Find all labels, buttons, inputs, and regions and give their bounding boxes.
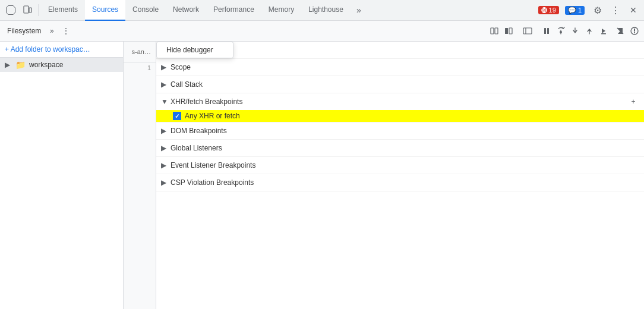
top-tab-bar: Elements Sources Console Network Perform… <box>0 0 644 21</box>
global-listeners-section: ▶ Global Listeners <box>156 140 644 157</box>
tab-elements[interactable]: Elements <box>41 0 85 21</box>
event-listener-expand-icon: ▶ <box>161 162 168 169</box>
folder-icon: 📁 <box>15 60 26 70</box>
dom-expand-icon: ▶ <box>161 127 168 134</box>
second-toolbar: Filesystem » ⋮ <box>0 21 644 42</box>
svg-rect-5 <box>509 28 512 34</box>
tab-separator-1 <box>38 4 39 16</box>
device-icon[interactable] <box>19 2 36 18</box>
error-badge[interactable]: ⓮ 19 <box>538 6 559 14</box>
scope-header[interactable]: ▶ Scope <box>156 59 644 76</box>
more-options-button[interactable]: ⋮ <box>607 2 624 18</box>
right-panel: Hide debugger ▶ Breakpoints ▶ Scope <box>156 42 644 309</box>
scope-section: ▶ Scope <box>156 59 644 76</box>
xhr-checkbox[interactable]: ✓ <box>173 112 181 120</box>
global-listeners-header[interactable]: ▶ Global Listeners <box>156 140 644 156</box>
svg-rect-4 <box>505 28 508 34</box>
svg-rect-14 <box>634 32 635 33</box>
xhr-fetch-header[interactable]: ▼ XHR/fetch Breakpoints + <box>156 93 644 110</box>
tab-memory[interactable]: Memory <box>261 0 301 21</box>
dom-breakpoints-header[interactable]: ▶ DOM Breakpoints <box>156 122 644 139</box>
svg-rect-1 <box>29 8 31 12</box>
line-numbers-column: s-an… 1 <box>124 42 156 309</box>
add-xhr-breakpoint-button[interactable]: + <box>627 96 639 108</box>
csp-expand-icon: ▶ <box>161 179 168 186</box>
sources-toggle-icon[interactable] <box>520 24 535 38</box>
call-stack-expand-icon: ▶ <box>161 81 168 88</box>
csp-violation-section: ▶ CSP Violation Breakpoints <box>156 174 644 191</box>
settings-button[interactable]: ⚙ <box>589 2 606 18</box>
step-into-button[interactable] <box>568 24 582 38</box>
checkbox-check-icon: ✓ <box>175 113 179 120</box>
tab-sources[interactable]: Sources <box>85 0 125 21</box>
tab-performance[interactable]: Performance <box>206 0 261 21</box>
filesystem-tab[interactable]: Filesystem <box>2 23 46 39</box>
svg-rect-2 <box>491 28 494 34</box>
svg-rect-0 <box>24 6 29 13</box>
csp-violation-header[interactable]: ▶ CSP Violation Breakpoints <box>156 174 644 191</box>
show-navigator-icon[interactable] <box>501 24 516 38</box>
more-tabs-button[interactable]: » <box>351 2 367 18</box>
tab-console[interactable]: Console <box>125 0 166 21</box>
line-number-1: 1 <box>124 62 156 73</box>
pause-on-exception-button[interactable] <box>627 24 642 38</box>
pause-resume-button[interactable] <box>539 24 554 38</box>
svg-point-9 <box>560 31 562 33</box>
breakpoints-panel: ▶ Breakpoints ▶ Scope ▶ Call Stack <box>156 42 644 191</box>
step-over-button[interactable] <box>554 24 568 38</box>
three-dot-menu[interactable]: ⋮ <box>59 24 73 38</box>
scope-expand-icon: ▶ <box>161 64 168 71</box>
left-sidebar: + Add folder to workspac… ▶ 📁 workspace <box>0 42 124 309</box>
svg-rect-7 <box>544 28 546 34</box>
xhr-item-label: Any XHR or fetch <box>185 112 240 120</box>
tooltip-popup: Hide debugger <box>156 42 233 58</box>
svg-rect-3 <box>495 28 498 34</box>
inspect-icon[interactable] <box>2 2 19 18</box>
event-listener-header[interactable]: ▶ Event Listener Breakpoints <box>156 157 644 174</box>
hide-debugger-menu-item[interactable]: Hide debugger <box>157 42 233 58</box>
add-folder-button[interactable]: + Add folder to workspac… <box>0 42 123 58</box>
expand-arrow-icon: ▶ <box>5 61 12 68</box>
close-button[interactable]: ✕ <box>625 2 642 18</box>
main-area: + Add folder to workspac… ▶ 📁 workspace … <box>0 42 644 309</box>
xhr-fetch-section: ▼ XHR/fetch Breakpoints + ✓ Any XHR or f… <box>156 93 644 122</box>
deactivate-breakpoints-button[interactable] <box>613 24 627 38</box>
xhr-expand-icon: ▼ <box>161 98 168 105</box>
call-stack-section: ▶ Call Stack <box>156 76 644 93</box>
step-button[interactable] <box>596 24 611 38</box>
tab-lighthouse[interactable]: Lighthouse <box>301 0 351 21</box>
hide-debugger-panel-icon[interactable] <box>487 24 501 38</box>
global-listeners-expand-icon: ▶ <box>161 144 168 152</box>
any-xhr-fetch-item[interactable]: ✓ Any XHR or fetch <box>156 110 644 122</box>
top-right-icons: ⓮ 19 💬 1 ⚙ ⋮ ✕ <box>538 2 642 18</box>
filesystem-more-button[interactable]: » <box>46 25 58 37</box>
event-listener-section: ▶ Event Listener Breakpoints <box>156 157 644 174</box>
step-out-button[interactable] <box>582 24 596 38</box>
call-stack-header[interactable]: ▶ Call Stack <box>156 76 644 93</box>
svg-rect-10 <box>601 33 606 34</box>
workspace-item[interactable]: ▶ 📁 workspace <box>0 58 123 72</box>
dom-breakpoints-section: ▶ DOM Breakpoints <box>156 122 644 140</box>
svg-rect-13 <box>634 29 635 32</box>
tab-network[interactable]: Network <box>166 0 206 21</box>
svg-rect-8 <box>547 28 549 34</box>
info-badge[interactable]: 💬 1 <box>565 6 585 15</box>
svg-rect-6 <box>523 28 532 34</box>
